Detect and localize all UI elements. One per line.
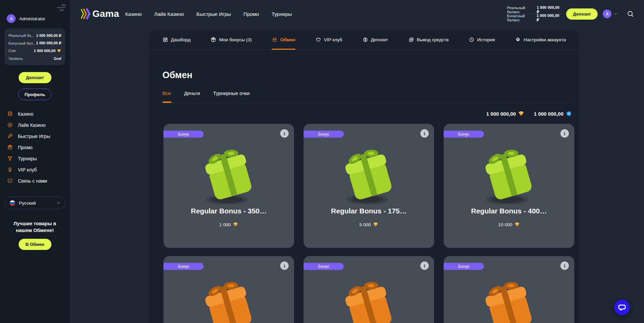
header-nav: КазиноЛайв КазиноБыстрые ИгрыПромоТурнир… bbox=[125, 11, 292, 17]
to-exchange-button[interactable]: В Обмен bbox=[19, 239, 51, 250]
user-row[interactable]: Administrator bbox=[7, 14, 70, 23]
balance-label: Бонусный баланс bbox=[507, 14, 537, 22]
sidebar-item-label: Быстрые Игры bbox=[18, 134, 50, 139]
page-title: Обмен bbox=[162, 70, 579, 80]
header-nav-item[interactable]: Казино bbox=[125, 11, 142, 17]
subtab[interactable]: Турнирные очки bbox=[213, 91, 250, 96]
tab-exchange[interactable]: Обмен bbox=[272, 30, 295, 49]
avatar bbox=[603, 9, 612, 18]
info-icon[interactable]: i bbox=[420, 129, 429, 138]
balance-row: Реальный ба... 1 000 000,00 ₽ bbox=[8, 32, 61, 40]
gear-icon bbox=[515, 37, 521, 43]
info-icon[interactable]: i bbox=[280, 261, 289, 270]
sidebar-item-label: Лайв Казино bbox=[18, 122, 46, 128]
bonus-card[interactable]: Бонус i Regular Bonus - 350… 1 000 bbox=[163, 124, 294, 248]
gem-blue-icon bbox=[566, 111, 572, 117]
avatar bbox=[7, 14, 16, 23]
gift-image bbox=[198, 274, 259, 323]
bonus-card[interactable]: Бонус i Regular Bonus - 175… 5 000 bbox=[304, 124, 434, 248]
subtab[interactable]: Все bbox=[162, 91, 171, 96]
card-price: 10 000 bbox=[444, 222, 574, 227]
search-icon[interactable] bbox=[627, 10, 634, 18]
sidebar-item-casino[interactable]: Казино bbox=[0, 108, 70, 119]
chat-widget-button[interactable] bbox=[614, 300, 630, 315]
chat-square-icon bbox=[7, 178, 13, 184]
card-title: Regular Bonus - 350… bbox=[163, 207, 294, 215]
bonus-card-grid: Бонус i Regular Bonus - 350… 1 000 Бонус… bbox=[163, 124, 574, 323]
promo-heading: Лучшие товары в нашем Обмене! bbox=[5, 220, 65, 234]
gift-image bbox=[338, 274, 399, 323]
header-nav-item[interactable]: Быстрые Игры bbox=[196, 11, 231, 17]
card-badge: Бонус bbox=[163, 131, 204, 138]
bonus-card[interactable]: Бонус i bbox=[163, 256, 294, 323]
sidebar-item-promo[interactable]: Промо bbox=[0, 142, 70, 153]
dollar-icon bbox=[362, 37, 368, 43]
header-deposit-button[interactable]: Депозит bbox=[566, 8, 598, 20]
gama-logo-icon bbox=[80, 8, 90, 20]
sidebar-item-label: VIP клуб bbox=[18, 167, 37, 172]
header-balance-row: Бонусный баланс 1 000 000,00 ₽ bbox=[507, 15, 561, 21]
svg-text:i: i bbox=[284, 131, 285, 136]
card-badge: Бонус bbox=[444, 131, 484, 138]
exchange-filter-tabs: ВсеДеньгиТурнирные очки bbox=[162, 91, 572, 103]
tab-my-bonuses[interactable]: Мои бонусы (3) bbox=[210, 30, 251, 49]
gift-image bbox=[338, 141, 399, 207]
sidebar-item-tournaments[interactable]: Турниры bbox=[0, 153, 70, 164]
dashboard-icon bbox=[162, 37, 168, 43]
header-right: Реальный баланс 1 000 000,00 ₽ Бонусный … bbox=[507, 7, 634, 21]
profile-button[interactable]: Профиль bbox=[18, 89, 52, 100]
balance-value: 1 000 000,00 bbox=[34, 49, 61, 53]
tab-history[interactable]: История bbox=[469, 30, 495, 49]
tab-dashboard[interactable]: Дашборд bbox=[162, 30, 191, 49]
balance-label: Реальный ба... bbox=[8, 33, 34, 38]
gift-image bbox=[198, 141, 259, 207]
bonus-card[interactable]: Бонус i bbox=[304, 256, 434, 323]
header-nav-item[interactable]: Промо bbox=[243, 11, 259, 17]
tab-vip-club[interactable]: VIP клуб bbox=[315, 30, 342, 49]
balance-label: Бонусный бал... bbox=[8, 41, 36, 45]
rocket-icon bbox=[7, 133, 13, 139]
sidebar-item-vip-club[interactable]: VIP клуб bbox=[0, 164, 70, 175]
card-title: Regular Bonus - 400… bbox=[444, 207, 574, 215]
subtab[interactable]: Деньги bbox=[184, 91, 200, 96]
sidebar-deposit-button[interactable]: Депозит bbox=[19, 72, 51, 83]
logo[interactable]: Gama bbox=[80, 8, 119, 20]
tab-label: Дашборд bbox=[171, 37, 191, 42]
russian-flag-icon bbox=[9, 200, 16, 206]
balance-value: 1 000 000,00 ₽ bbox=[36, 33, 61, 38]
wallet-balance: 1 000 000,00 bbox=[534, 111, 572, 117]
tab-withdraw[interactable]: Вывод средств bbox=[408, 30, 449, 49]
header-nav-item[interactable]: Лайв Казино bbox=[154, 11, 184, 17]
account-menu[interactable] bbox=[603, 9, 618, 18]
user-icon bbox=[604, 11, 610, 17]
language-selector[interactable]: Русский bbox=[4, 197, 65, 209]
info-icon[interactable]: i bbox=[560, 129, 569, 138]
chevron-down-icon bbox=[57, 201, 61, 205]
gift-icon bbox=[7, 144, 13, 150]
balance-label: Уровень bbox=[8, 56, 23, 61]
sidebar-item-fast-games[interactable]: Быстрые Игры bbox=[0, 131, 70, 142]
heart-icon bbox=[315, 37, 321, 43]
card-badge: Бонус bbox=[444, 263, 484, 270]
gift-icon bbox=[210, 37, 216, 43]
user-icon bbox=[8, 16, 14, 22]
tab-account-settings[interactable]: Настройки аккаунта bbox=[515, 30, 566, 49]
bonus-card[interactable]: Бонус i Regular Bonus - 400… 10 000 bbox=[444, 124, 574, 248]
info-icon[interactable]: i bbox=[420, 261, 429, 270]
clock-icon bbox=[469, 37, 474, 43]
header-nav-item[interactable]: Турниры bbox=[271, 11, 292, 17]
svg-text:i: i bbox=[424, 131, 425, 136]
shop-icon bbox=[272, 37, 277, 43]
live-casino-icon bbox=[7, 122, 13, 128]
balance-value: 1 000 000,00 ₽ bbox=[537, 14, 561, 22]
bonus-card[interactable]: Бонус i bbox=[444, 256, 574, 323]
chat-icon bbox=[617, 302, 627, 313]
sidebar-item-live-casino[interactable]: Лайв Казино bbox=[0, 119, 70, 131]
wallet-value: 1 000 000,00 bbox=[534, 111, 563, 117]
user-name: Administrator bbox=[19, 16, 45, 21]
info-icon[interactable]: i bbox=[560, 261, 569, 270]
info-icon[interactable]: i bbox=[280, 129, 289, 138]
sidebar-item-contact[interactable]: Связь с нами bbox=[0, 175, 70, 186]
tab-deposit[interactable]: Депозит bbox=[362, 30, 388, 49]
menu-collapse-icon[interactable] bbox=[56, 4, 66, 11]
